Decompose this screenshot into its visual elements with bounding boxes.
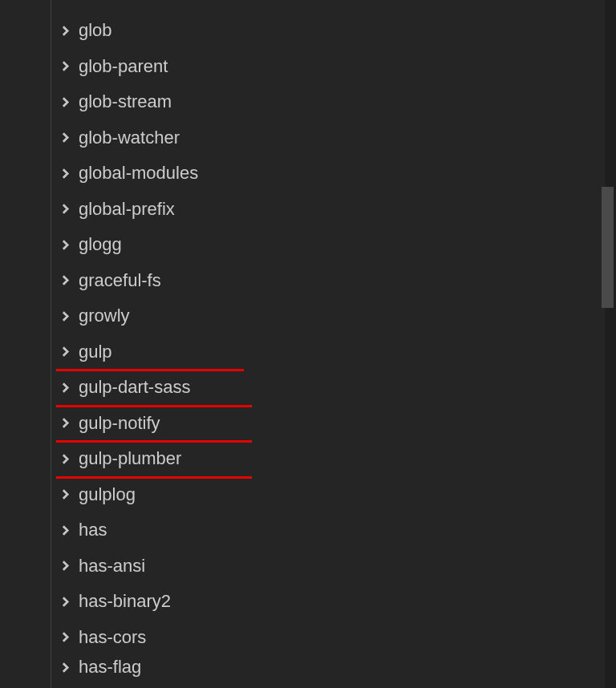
chevron-right-icon xyxy=(56,378,74,396)
tree-folder-gulp-plumber[interactable]: gulp-plumber xyxy=(11,441,605,477)
tree-folder-growly[interactable]: growly xyxy=(11,298,605,334)
chevron-right-icon xyxy=(56,658,74,676)
chevron-right-icon xyxy=(56,200,74,218)
chevron-right-icon xyxy=(56,629,74,646)
tree-folder-has[interactable]: has xyxy=(11,512,605,548)
chevron-right-icon xyxy=(56,272,74,289)
tree-item-label: glob-parent xyxy=(79,56,168,77)
tree-item-label: gulp-dart-sass xyxy=(79,377,190,398)
tree-folder-glob[interactable]: glob xyxy=(11,13,605,49)
tree-folder-has-binary2[interactable]: has-binary2 xyxy=(11,584,605,620)
chevron-right-icon xyxy=(56,236,74,253)
tree-folder-has-ansi[interactable]: has-ansi xyxy=(11,548,605,585)
tree-item-label: has-flag xyxy=(79,657,141,678)
tree-item-label: has-cors xyxy=(79,627,146,648)
tree-folder-gulp[interactable]: gulp xyxy=(11,334,605,370)
chevron-right-icon xyxy=(56,521,74,539)
tree-folder-has-cors[interactable]: has-cors xyxy=(11,620,605,656)
tree-folder-global-prefix[interactable]: global-prefix xyxy=(11,192,605,228)
tree-item-label: has-binary2 xyxy=(79,591,171,612)
tree-folder-graceful-fs[interactable]: graceful-fs xyxy=(11,263,605,299)
tree-folder-glob-stream[interactable]: glob-stream xyxy=(11,84,605,120)
chevron-right-icon xyxy=(56,93,74,111)
scrollbar-thumb[interactable] xyxy=(602,187,614,308)
tree-folder-glob-parent[interactable]: glob-parent xyxy=(11,49,605,85)
tree-item-label: gulp xyxy=(79,342,112,362)
chevron-right-icon xyxy=(56,415,74,432)
tree-item-label: glob-watcher xyxy=(79,127,180,148)
file-tree: globglob-parentglob-streamglob-watchergl… xyxy=(11,0,605,688)
chevron-right-icon xyxy=(56,22,74,39)
tree-folder-global-modules[interactable]: global-modules xyxy=(11,156,605,192)
tree-item-label: gulplog xyxy=(79,484,136,505)
tree-item-label: graceful-fs xyxy=(79,270,161,291)
tree-item-label: growly xyxy=(79,306,130,326)
tree-folder-gulplog[interactable]: gulplog xyxy=(11,477,605,513)
tree-folder-partial-bottom[interactable]: has-flag xyxy=(11,655,605,679)
chevron-right-icon xyxy=(56,486,74,504)
chevron-right-icon xyxy=(56,129,74,147)
tree-folder-glob-watcher[interactable]: glob-watcher xyxy=(11,120,605,156)
tree-item-label: glogg xyxy=(79,234,122,255)
chevron-right-icon xyxy=(56,593,74,610)
tree-item-label: global-modules xyxy=(79,163,198,184)
tree-item-label: glob xyxy=(79,20,112,41)
tree-folder-gulp-notify[interactable]: gulp-notify xyxy=(11,406,605,442)
chevron-right-icon xyxy=(56,58,74,75)
tree-item-label: has-ansi xyxy=(79,556,145,577)
tree-item-label: global-prefix xyxy=(79,199,175,220)
tree-item-label: gulp-notify xyxy=(79,413,160,434)
chevron-right-icon xyxy=(56,307,74,325)
tree-folder-glogg[interactable]: glogg xyxy=(11,227,605,263)
chevron-right-icon xyxy=(56,450,74,467)
chevron-right-icon xyxy=(56,343,74,361)
tree-item-label: glob-stream xyxy=(79,91,172,112)
tree-item-label: has xyxy=(79,520,107,540)
tree-folder-gulp-dart-sass[interactable]: gulp-dart-sass xyxy=(11,370,605,406)
left-gutter xyxy=(0,0,11,688)
chevron-right-icon xyxy=(56,557,74,575)
tree-item-label: gulp-plumber xyxy=(79,448,181,469)
chevron-right-icon xyxy=(56,164,74,182)
